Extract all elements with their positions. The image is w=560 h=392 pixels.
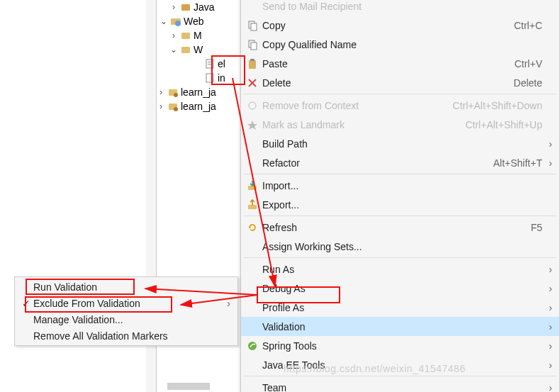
menu-item-shortcut: Ctrl+C [514, 20, 542, 31]
blank-icon [245, 321, 259, 332]
menu-separator [244, 94, 556, 94]
submenu-item-label: Remove All Validation Markers [33, 330, 220, 342]
menu-item-assign-working-sets[interactable]: Assign Working Sets... [241, 237, 559, 256]
menu-item-label: Export... [262, 199, 542, 211]
svg-rect-17 [249, 60, 256, 69]
svg-marker-22 [247, 121, 257, 130]
menu-item-shortcut: Ctrl+V [515, 58, 542, 69]
svg-point-12 [174, 107, 178, 111]
expand-icon[interactable]: › [169, 2, 178, 12]
tree-item[interactable]: › Java [157, 0, 241, 14]
submenu-arrow-icon: › [542, 382, 552, 393]
blank-icon [245, 241, 259, 252]
menu-item-export[interactable]: Export... [241, 195, 559, 214]
folder-icon [180, 30, 191, 41]
menu-item-refresh[interactable]: RefreshF5 [241, 218, 559, 237]
submenu-item-remove-all-validation-markers[interactable]: Remove All Validation Markers [15, 327, 237, 344]
tree-item[interactable]: › M [157, 28, 241, 43]
web-folder-icon [170, 16, 181, 27]
menu-item-paste[interactable]: PasteCtrl+V [241, 54, 559, 73]
svg-point-2 [175, 21, 181, 26]
tree-item-label: learn_ja [181, 86, 216, 98]
svg-rect-3 [181, 33, 190, 39]
tree-item[interactable]: ⌄ W [157, 43, 241, 57]
annotation-box [25, 296, 172, 313]
svg-point-10 [174, 93, 178, 97]
tree-item[interactable]: › learn_ja [157, 85, 241, 99]
package-icon [180, 1, 191, 13]
annotation-box [26, 279, 135, 295]
annotation-box [211, 55, 245, 85]
collapse-icon[interactable]: ⌄ [159, 16, 168, 26]
menu-item-team[interactable]: Team› [241, 378, 559, 392]
menu-item-label: Run As [262, 264, 542, 275]
copy-icon [245, 20, 259, 31]
menu-item-build-path[interactable]: Build Path› [241, 134, 559, 153]
menu-item-shortcut: Delete [514, 77, 542, 89]
expand-icon[interactable]: › [157, 87, 165, 97]
tree-item-label: M [194, 30, 202, 41]
menu-item-shortcut: F5 [531, 222, 542, 233]
menu-item-label: Paste [262, 58, 508, 69]
submenu-arrow-icon: › [542, 157, 552, 169]
menu-separator [244, 215, 556, 216]
menu-item-mark-as-landmark: Mark as LandmarkCtrl+Alt+Shift+Up [241, 115, 559, 134]
menu-separator [244, 257, 556, 258]
paste-icon [245, 58, 259, 69]
annotation-box [257, 286, 340, 303]
folder-icon [180, 44, 191, 55]
expand-icon[interactable]: › [169, 30, 178, 40]
menu-item-label: Team [262, 382, 542, 393]
menu-item-copy[interactable]: CopyCtrl+C [241, 16, 559, 35]
menu-item-validation[interactable]: Validation› [241, 317, 559, 336]
svg-marker-25 [249, 227, 251, 229]
blank-icon [245, 138, 259, 150]
spring-icon [245, 340, 259, 352]
import-icon [245, 180, 259, 191]
tree-item[interactable]: ⌄ Web [157, 14, 241, 28]
svg-point-21 [249, 102, 256, 109]
menu-item-label: Remove from Context [262, 100, 446, 111]
menu-item-label: Validation [262, 321, 542, 332]
menu-item-label: Refresh [262, 222, 524, 233]
delete-icon [245, 77, 259, 89]
tree-item[interactable]: › learn_ja [157, 99, 241, 113]
tree-item-label: Java [194, 1, 215, 13]
menu-item-label: Refactor [262, 157, 486, 169]
submenu-arrow-icon: › [542, 340, 552, 352]
menu-separator [244, 376, 556, 376]
refresh-icon [245, 222, 259, 233]
menu-item-spring-tools[interactable]: Spring Tools› [241, 336, 559, 355]
submenu-item-manage-validation[interactable]: Manage Validation... [15, 311, 237, 327]
menu-item-shortcut: Ctrl+Alt+Shift+Up [465, 119, 542, 130]
project-icon [167, 86, 179, 98]
menu-item-delete[interactable]: DeleteDelete [241, 73, 559, 92]
menu-item-shortcut: Alt+Shift+T [493, 157, 542, 169]
menu-item-import[interactable]: Import... [241, 176, 559, 195]
menu-item-label: Send to Mail Recipient [262, 1, 542, 12]
menu-item-copy-qualified-name[interactable]: Copy Qualified Name [241, 35, 559, 54]
expand-icon[interactable]: › [157, 101, 165, 111]
svg-rect-16 [251, 43, 257, 50]
ctx-icon [245, 100, 259, 111]
landmark-icon [245, 119, 259, 130]
menu-separator [244, 174, 556, 174]
watermark-text: https://blog.csdn.net/weixin_41547486 [284, 363, 466, 374]
menu-item-run-as[interactable]: Run As› [241, 259, 559, 279]
collapse-icon[interactable]: ⌄ [169, 45, 178, 55]
svg-rect-18 [250, 59, 254, 61]
menu-item-label: Copy [262, 20, 507, 31]
svg-rect-14 [251, 23, 257, 30]
submenu-arrow-icon: › [542, 264, 552, 275]
menu-item-label: Copy Qualified Name [262, 39, 542, 50]
svg-rect-4 [181, 47, 190, 53]
submenu-arrow-icon: › [542, 283, 552, 294]
menu-item-refactor[interactable]: RefactorAlt+Shift+T› [241, 153, 559, 172]
submenu-arrow-icon: › [542, 321, 552, 332]
blank-icon [245, 359, 259, 371]
menu-item-shortcut: Ctrl+Alt+Shift+Down [453, 100, 542, 111]
blank-icon [245, 264, 259, 275]
blank-icon [245, 382, 259, 393]
tree-item-label: learn_ja [181, 101, 216, 112]
menu-item-label: Mark as Landmark [262, 119, 458, 130]
